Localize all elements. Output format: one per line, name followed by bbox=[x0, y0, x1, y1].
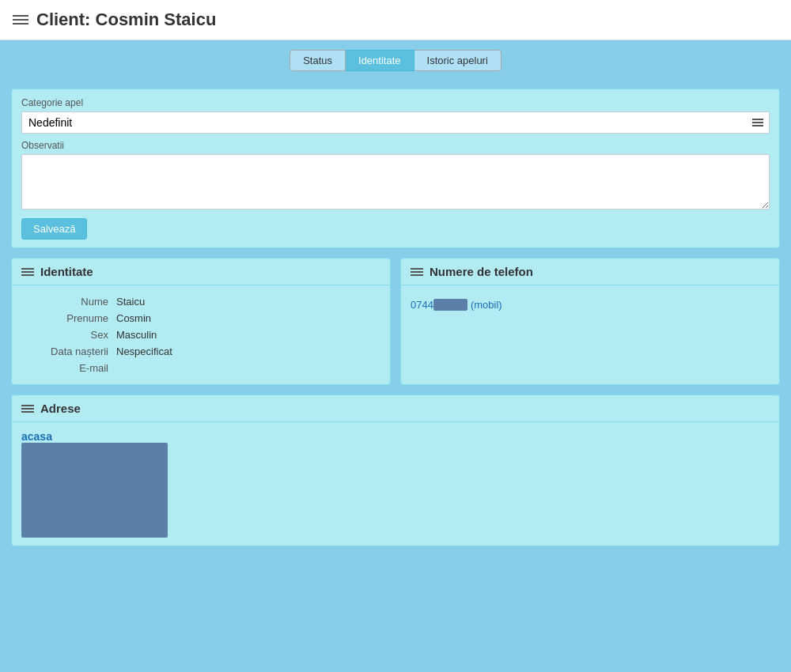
categorie-apel-card: Categorie apel Nedefinit Urgenta Informa… bbox=[11, 89, 780, 248]
telefon-menu-icon bbox=[411, 268, 423, 276]
identity-table: Nume Staicu Prenume Cosmin Sex Masculin … bbox=[21, 293, 380, 376]
two-col-section: Identitate Nume Staicu Prenume Cosmin Se… bbox=[11, 258, 780, 385]
telefon-card: Numere de telefon 0744###### (mobil) bbox=[400, 258, 780, 385]
tab-status[interactable]: Status bbox=[290, 50, 346, 71]
observatii-label: Observatii bbox=[21, 140, 770, 151]
label-nume: Nume bbox=[21, 296, 116, 308]
main-content: Categorie apel Nedefinit Urgenta Informa… bbox=[0, 81, 791, 554]
phone-type: (mobil) bbox=[471, 299, 502, 311]
save-button[interactable]: Salvează bbox=[21, 218, 87, 240]
identitate-menu-icon bbox=[21, 268, 34, 276]
categorie-select-wrapper: Nedefinit Urgenta Informare Suport bbox=[21, 111, 770, 134]
phone-number-masked: 0744 bbox=[411, 299, 433, 311]
tabs-bar: Status Identitate Istoric apeluri bbox=[0, 40, 791, 81]
adrese-card: Adrese acasa bbox=[11, 395, 780, 546]
observatii-textarea[interactable] bbox=[21, 154, 770, 210]
page-title: Client: Cosmin Staicu bbox=[36, 9, 216, 30]
tab-istoric[interactable]: Istoric apeluri bbox=[414, 50, 501, 71]
identitate-card: Identitate Nume Staicu Prenume Cosmin Se… bbox=[11, 258, 391, 385]
identity-row-email: E-mail bbox=[21, 360, 380, 376]
telefon-body: 0744###### (mobil) bbox=[401, 285, 779, 323]
categorie-apel-body: Categorie apel Nedefinit Urgenta Informa… bbox=[12, 89, 779, 247]
page-header: Client: Cosmin Staicu bbox=[0, 0, 791, 40]
identity-row-sex: Sex Masculin bbox=[21, 327, 380, 343]
value-nume: Staicu bbox=[116, 296, 145, 308]
adrese-header: Adrese bbox=[12, 395, 779, 422]
value-data: Nespecificat bbox=[116, 345, 172, 357]
categorie-apel-label: Categorie apel bbox=[21, 97, 770, 108]
phone-number-link[interactable]: 0744###### bbox=[411, 299, 471, 311]
adrese-body: acasa bbox=[12, 422, 779, 546]
adrese-title: Adrese bbox=[40, 402, 81, 415]
phone-entry-0: 0744###### (mobil) bbox=[411, 293, 770, 315]
value-sex: Masculin bbox=[116, 329, 157, 341]
label-prenume: Prenume bbox=[21, 312, 116, 324]
adrese-menu-icon bbox=[21, 405, 34, 413]
telefon-header: Numere de telefon bbox=[401, 259, 779, 285]
identitate-header: Identitate bbox=[12, 259, 390, 285]
identity-row-nume: Nume Staicu bbox=[21, 293, 380, 310]
menu-icon bbox=[13, 15, 28, 25]
label-data: Data nașterii bbox=[21, 345, 116, 357]
tab-identitate[interactable]: Identitate bbox=[346, 50, 414, 71]
telefon-title: Numere de telefon bbox=[430, 265, 533, 278]
identity-row-prenume: Prenume Cosmin bbox=[21, 310, 380, 327]
categorie-apel-select[interactable]: Nedefinit Urgenta Informare Suport bbox=[21, 111, 770, 134]
label-email: E-mail bbox=[21, 362, 116, 374]
identity-row-data: Data nașterii Nespecificat bbox=[21, 343, 380, 360]
label-sex: Sex bbox=[21, 329, 116, 341]
identitate-title: Identitate bbox=[40, 265, 93, 278]
value-prenume: Cosmin bbox=[116, 312, 151, 324]
address-name-link[interactable]: acasa bbox=[21, 430, 52, 443]
phone-masked-part: ###### bbox=[433, 299, 467, 311]
map-placeholder bbox=[21, 443, 168, 538]
identitate-body: Nume Staicu Prenume Cosmin Sex Masculin … bbox=[12, 285, 390, 384]
